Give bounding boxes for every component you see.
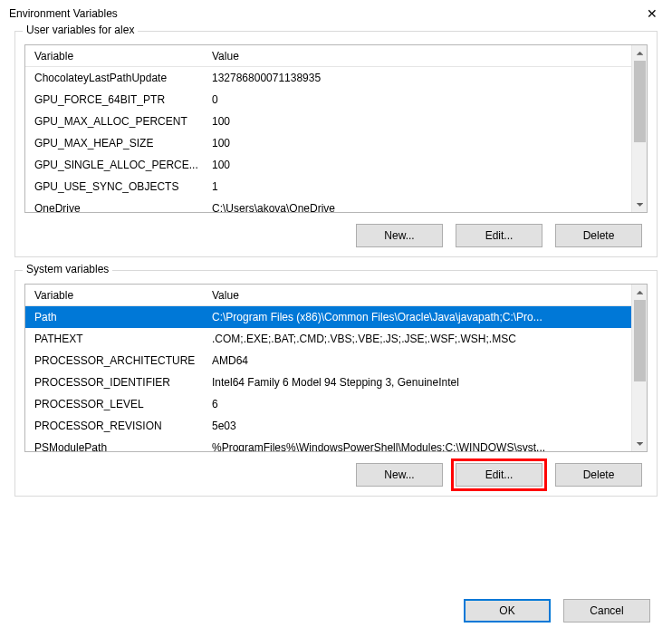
cell-value: 100 bbox=[206, 159, 647, 171]
system-new-button[interactable]: New... bbox=[356, 463, 443, 487]
table-row[interactable]: PathC:\Program Files (x86)\Common Files\… bbox=[25, 306, 647, 328]
user-edit-button[interactable]: Edit... bbox=[456, 224, 542, 247]
system-variables-group: System variables Variable Value PathC:\P… bbox=[14, 270, 658, 497]
cell-variable: ChocolateyLastPathUpdate bbox=[25, 72, 206, 84]
cell-variable: GPU_USE_SYNC_OBJECTS bbox=[25, 180, 206, 193]
table-row[interactable]: PROCESSOR_IDENTIFIERIntel64 Family 6 Mod… bbox=[25, 372, 647, 393]
cell-value: C:\Program Files (x86)\Common Files\Orac… bbox=[206, 311, 647, 323]
system-listview[interactable]: Variable Value PathC:\Program Files (x86… bbox=[24, 284, 648, 452]
table-row[interactable]: GPU_SINGLE_ALLOC_PERCE...100 bbox=[25, 154, 647, 176]
cell-value: 100 bbox=[206, 115, 647, 128]
table-row[interactable]: PSModulePath%ProgramFiles%\WindowsPowerS… bbox=[25, 437, 647, 452]
cancel-button[interactable]: Cancel bbox=[563, 599, 650, 623]
user-new-button[interactable]: New... bbox=[356, 224, 443, 247]
ok-button[interactable]: OK bbox=[464, 599, 551, 623]
scroll-thumb[interactable] bbox=[634, 300, 646, 381]
system-group-legend: System variables bbox=[23, 263, 112, 275]
cell-variable: PROCESSOR_REVISION bbox=[25, 420, 206, 432]
cell-value: Intel64 Family 6 Model 94 Stepping 3, Ge… bbox=[206, 376, 647, 389]
system-button-row: New... Edit... Delete bbox=[24, 452, 648, 487]
cell-variable: PATHEXT bbox=[25, 333, 206, 345]
close-icon[interactable]: ✕ bbox=[643, 7, 661, 20]
cell-value: 6 bbox=[206, 398, 647, 410]
table-row[interactable]: GPU_FORCE_64BIT_PTR0 bbox=[25, 89, 647, 111]
cell-value: 0 bbox=[206, 93, 647, 106]
col-value[interactable]: Value bbox=[206, 289, 647, 302]
cell-value: C:\Users\akova\OneDrive bbox=[206, 202, 647, 213]
user-group-legend: User variables for alex bbox=[23, 24, 138, 36]
table-row[interactable]: PATHEXT.COM;.EXE;.BAT;.CMD;.VBS;.VBE;.JS… bbox=[25, 328, 647, 350]
table-row[interactable]: GPU_MAX_ALLOC_PERCENT100 bbox=[25, 111, 647, 132]
cell-value: 5e03 bbox=[206, 420, 647, 432]
cell-variable: PROCESSOR_ARCHITECTURE bbox=[25, 354, 206, 367]
user-delete-button[interactable]: Delete bbox=[555, 224, 642, 247]
cell-variable: Path bbox=[25, 311, 206, 323]
col-variable[interactable]: Variable bbox=[25, 50, 206, 63]
user-button-row: New... Edit... Delete bbox=[24, 213, 648, 247]
cell-variable: GPU_SINGLE_ALLOC_PERCE... bbox=[25, 159, 206, 171]
cell-variable: PSModulePath bbox=[25, 441, 206, 452]
user-scrollbar[interactable]: ⏶ ⏷ bbox=[631, 45, 647, 212]
system-delete-button[interactable]: Delete bbox=[555, 463, 642, 487]
table-row[interactable]: PROCESSOR_LEVEL6 bbox=[25, 393, 647, 415]
scroll-up-icon[interactable]: ⏶ bbox=[632, 45, 648, 61]
cell-variable: PROCESSOR_IDENTIFIER bbox=[25, 376, 206, 389]
table-row[interactable]: OneDriveC:\Users\akova\OneDrive bbox=[25, 198, 647, 213]
table-row[interactable]: PROCESSOR_ARCHITECTUREAMD64 bbox=[25, 350, 647, 372]
col-variable[interactable]: Variable bbox=[25, 289, 206, 302]
user-variables-group: User variables for alex Variable Value C… bbox=[14, 31, 658, 257]
user-listview[interactable]: Variable Value ChocolateyLastPathUpdate1… bbox=[24, 44, 648, 213]
table-row[interactable]: GPU_MAX_HEAP_SIZE100 bbox=[25, 132, 647, 154]
table-row[interactable]: PROCESSOR_REVISION5e03 bbox=[25, 415, 647, 437]
user-list-header: Variable Value bbox=[25, 45, 647, 67]
scroll-up-icon[interactable]: ⏶ bbox=[632, 285, 648, 300]
table-row[interactable]: GPU_USE_SYNC_OBJECTS1 bbox=[25, 176, 647, 198]
system-edit-button[interactable]: Edit... bbox=[456, 463, 542, 487]
scroll-thumb[interactable] bbox=[634, 61, 646, 142]
col-value[interactable]: Value bbox=[206, 50, 647, 63]
cell-value: AMD64 bbox=[206, 354, 647, 367]
env-vars-dialog: Environment Variables ✕ User variables f… bbox=[0, 0, 672, 637]
dialog-footer: OK Cancel bbox=[0, 594, 672, 637]
system-list-header: Variable Value bbox=[25, 285, 647, 306]
cell-value: 1 bbox=[206, 180, 647, 193]
scroll-down-icon[interactable]: ⏷ bbox=[632, 436, 648, 451]
cell-value: 132786800071138935 bbox=[206, 72, 647, 84]
window-title: Environment Variables bbox=[9, 7, 118, 20]
table-row[interactable]: ChocolateyLastPathUpdate1327868000711389… bbox=[25, 67, 647, 89]
cell-value: 100 bbox=[206, 137, 647, 150]
cell-value: .COM;.EXE;.BAT;.CMD;.VBS;.VBE;.JS;.JSE;.… bbox=[206, 333, 647, 345]
cell-variable: PROCESSOR_LEVEL bbox=[25, 398, 206, 410]
cell-variable: GPU_MAX_HEAP_SIZE bbox=[25, 137, 206, 150]
cell-variable: GPU_MAX_ALLOC_PERCENT bbox=[25, 115, 206, 128]
system-scrollbar[interactable]: ⏶ ⏷ bbox=[631, 285, 647, 451]
cell-value: %ProgramFiles%\WindowsPowerShell\Modules… bbox=[206, 441, 647, 452]
scroll-down-icon[interactable]: ⏷ bbox=[632, 197, 648, 212]
cell-variable: OneDrive bbox=[25, 202, 206, 213]
content: User variables for alex Variable Value C… bbox=[0, 27, 672, 594]
cell-variable: GPU_FORCE_64BIT_PTR bbox=[25, 93, 206, 106]
